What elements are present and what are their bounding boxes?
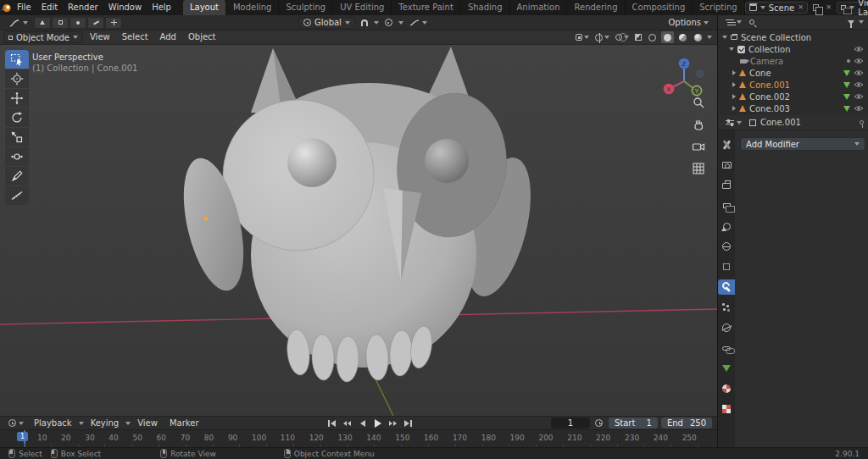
- select-circle-button[interactable]: [70, 17, 86, 29]
- expand-icon[interactable]: [732, 94, 736, 99]
- tab-object[interactable]: [718, 259, 735, 274]
- menu-object[interactable]: Object: [183, 30, 221, 45]
- shading-solid-button[interactable]: [661, 31, 674, 43]
- tab-scene[interactable]: [718, 218, 735, 234]
- tab-particles[interactable]: [718, 300, 735, 315]
- tab-rendering[interactable]: Rendering: [567, 0, 625, 15]
- options-dropdown[interactable]: Options: [665, 18, 712, 27]
- prev-keyframe-button[interactable]: [340, 418, 354, 429]
- properties-editor-dropdown[interactable]: [722, 119, 745, 126]
- outliner-row-camera[interactable]: Camera: [718, 55, 868, 67]
- delete-scene-button[interactable]: ✕: [824, 2, 833, 14]
- outliner-row-cone[interactable]: Cone: [718, 67, 868, 79]
- tab-tool[interactable]: [718, 137, 735, 152]
- tab-scripting[interactable]: Scripting: [693, 0, 744, 15]
- expand-icon[interactable]: [732, 70, 736, 75]
- tab-render[interactable]: [718, 158, 735, 173]
- outliner-row-cone-001[interactable]: Cone.001: [718, 79, 868, 91]
- next-keyframe-button[interactable]: [386, 418, 400, 429]
- menu-select[interactable]: Select: [117, 30, 153, 45]
- menu-render[interactable]: Render: [63, 0, 103, 15]
- play-reverse-button[interactable]: [355, 418, 370, 429]
- select-lasso-button[interactable]: [87, 17, 104, 29]
- tab-texture[interactable]: [718, 401, 735, 417]
- menu-add[interactable]: Add: [155, 30, 181, 45]
- pin-icon[interactable]: [860, 120, 864, 124]
- jump-to-start-button[interactable]: [325, 418, 339, 429]
- shading-wireframe-button[interactable]: [646, 31, 659, 43]
- xray-toggle[interactable]: [633, 31, 643, 43]
- tab-world[interactable]: [718, 239, 735, 254]
- expand-icon[interactable]: [722, 36, 727, 39]
- search-icon[interactable]: [749, 19, 754, 25]
- proportional-dropdown[interactable]: [398, 21, 403, 25]
- eye-icon[interactable]: [854, 58, 864, 64]
- proportional-editing-toggle[interactable]: [381, 19, 396, 26]
- collection-checkbox[interactable]: [737, 46, 745, 53]
- tool-select-box[interactable]: [5, 50, 29, 69]
- view-layer-selector[interactable]: View Layer ✕: [837, 2, 868, 14]
- tab-texture-paint[interactable]: Texture Paint: [392, 0, 461, 15]
- timeline-ruler[interactable]: 1020304050607080901001101201301401501601…: [0, 429, 717, 447]
- owl-right-pupil[interactable]: [425, 139, 469, 183]
- tool-move[interactable]: [5, 89, 29, 108]
- eye-icon[interactable]: [854, 93, 864, 100]
- eye-icon[interactable]: [854, 46, 864, 53]
- tool-measure[interactable]: [5, 186, 29, 205]
- menu-file[interactable]: File: [12, 0, 36, 15]
- tool-cursor[interactable]: [5, 69, 29, 88]
- owl-left-pupil[interactable]: [287, 138, 337, 187]
- select-tweak-button[interactable]: [34, 17, 51, 29]
- transform-orientation-dropdown[interactable]: Global: [298, 17, 355, 29]
- tab-material[interactable]: [718, 381, 735, 396]
- shading-dropdown[interactable]: [707, 36, 712, 39]
- owl-model[interactable]: [0, 45, 717, 416]
- viewport-3d[interactable]: User Perspective (1) Collection | Cone.0…: [0, 45, 717, 416]
- outliner-row-collection[interactable]: Collection: [718, 43, 868, 55]
- tab-shading[interactable]: Shading: [461, 0, 510, 15]
- expand-icon[interactable]: [732, 106, 736, 111]
- outliner-row-scene-collection[interactable]: Scene Collection: [718, 31, 868, 43]
- zoom-button[interactable]: [692, 96, 705, 111]
- menu-timeline-view[interactable]: View: [132, 416, 163, 431]
- tab-uv-editing[interactable]: UV Editing: [333, 0, 392, 15]
- falloff-dropdown[interactable]: [406, 19, 431, 27]
- shading-rendered-button[interactable]: [692, 31, 704, 43]
- menu-window[interactable]: Window: [103, 0, 147, 15]
- tab-animation[interactable]: Animation: [510, 0, 568, 15]
- outliner-row-cone-003[interactable]: Cone.003: [718, 102, 868, 114]
- overlays-dropdown[interactable]: [614, 31, 631, 43]
- toggle-grid-button[interactable]: [692, 162, 705, 177]
- playhead-frame-badge[interactable]: 1: [17, 432, 28, 441]
- unlink-scene-icon[interactable]: ✕: [798, 4, 804, 11]
- expand-icon[interactable]: [732, 82, 736, 87]
- tool-scale[interactable]: [5, 128, 29, 147]
- tab-compositing[interactable]: Compositing: [626, 0, 693, 15]
- snap-toggle[interactable]: [358, 19, 371, 26]
- end-frame-field[interactable]: End 250: [661, 418, 712, 429]
- camera-view-button[interactable]: [692, 140, 705, 155]
- play-button[interactable]: [370, 418, 385, 429]
- pan-hand-button[interactable]: [692, 118, 705, 133]
- tool-transform[interactable]: [5, 147, 29, 166]
- tab-sculpting[interactable]: Sculpting: [279, 0, 333, 15]
- tool-rotate[interactable]: [5, 108, 29, 127]
- timeline-editor-dropdown[interactable]: [5, 419, 27, 427]
- tab-view-layer[interactable]: [718, 198, 735, 213]
- select-extend-button[interactable]: [105, 17, 122, 29]
- preview-range-button[interactable]: [593, 418, 605, 429]
- snap-dropdown[interactable]: [374, 21, 379, 25]
- new-scene-button[interactable]: [811, 2, 821, 14]
- current-frame-field[interactable]: 1: [551, 418, 590, 429]
- menu-help[interactable]: Help: [147, 0, 176, 15]
- gizmos-dropdown[interactable]: [593, 31, 611, 43]
- mode-dropdown[interactable]: Object Mode: [3, 31, 83, 43]
- scene-selector[interactable]: Scene ✕: [745, 2, 808, 14]
- tool-annotate[interactable]: [5, 167, 29, 185]
- blender-logo-icon[interactable]: [0, 2, 12, 14]
- add-modifier-dropdown[interactable]: Add Modifier: [740, 137, 865, 151]
- expand-icon[interactable]: [729, 47, 734, 51]
- filter-dropdown[interactable]: [859, 20, 864, 24]
- active-tool-dropdown[interactable]: [5, 18, 31, 28]
- start-frame-field[interactable]: Start 1: [609, 418, 658, 429]
